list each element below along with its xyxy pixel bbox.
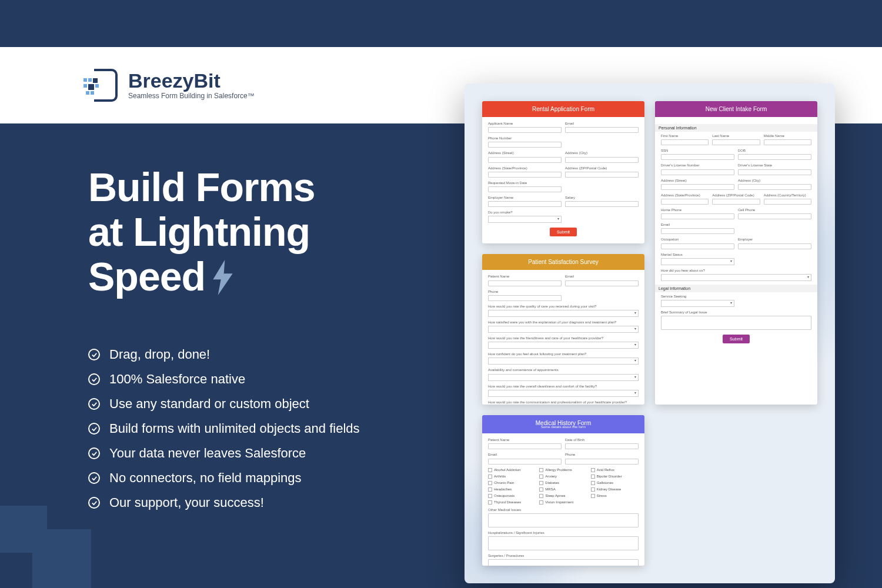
feature-text: 100% Salesforce native bbox=[109, 372, 245, 387]
client-form-card: New Client Intake Form Personal Informat… bbox=[655, 101, 817, 405]
feature-text: Our support, your success! bbox=[109, 495, 264, 510]
logo-icon bbox=[82, 69, 118, 102]
feature-item: Use any standard or custom object bbox=[88, 396, 360, 412]
feature-item: No connectors, no field mappings bbox=[88, 470, 360, 486]
hero-line-2: at Lightning bbox=[88, 209, 315, 254]
client-form-title: New Client Intake Form bbox=[655, 101, 817, 117]
check-icon bbox=[88, 423, 100, 435]
feature-item: Drag, drop, done! bbox=[88, 347, 360, 362]
feature-text: Build forms with unlimited objects and f… bbox=[109, 421, 360, 436]
main-panel: Build Forms at Lightning Speed Drag, dro… bbox=[0, 123, 882, 588]
brand-tagline: Seamless Form Building in Salesforce™ bbox=[128, 92, 255, 100]
check-icon bbox=[88, 472, 100, 484]
check-icon bbox=[88, 398, 100, 410]
lightning-icon bbox=[211, 259, 235, 294]
hero-line-3: Speed bbox=[88, 254, 205, 299]
check-icon bbox=[88, 349, 100, 360]
survey-form-title: Patient Satisfaction Survey bbox=[482, 254, 644, 270]
check-icon bbox=[88, 373, 100, 385]
rental-form-card: Rental Application Form Applicant NameEm… bbox=[482, 101, 644, 243]
forms-preview: Rental Application Form Applicant NameEm… bbox=[465, 83, 835, 583]
bg-square bbox=[32, 529, 91, 588]
hero: Build Forms at Lightning Speed bbox=[88, 165, 315, 299]
feature-item: Your data never leaves Salesforce bbox=[88, 446, 360, 461]
feature-text: Your data never leaves Salesforce bbox=[109, 446, 306, 461]
check-icon bbox=[88, 497, 100, 509]
feature-item: 100% Salesforce native bbox=[88, 372, 360, 387]
survey-form-card: Patient Satisfaction Survey Patient Name… bbox=[482, 254, 644, 405]
client-submit-button[interactable]: Submit bbox=[723, 335, 750, 343]
medical-form-subtitle: Some details about this form bbox=[487, 425, 640, 429]
feature-text: No connectors, no field mappings bbox=[109, 470, 302, 486]
medical-form-card: Medical History Form Some details about … bbox=[482, 415, 644, 566]
feature-item: Our support, your success! bbox=[88, 495, 360, 510]
rental-submit-button[interactable]: Submit bbox=[550, 228, 577, 236]
hero-line-1: Build Forms bbox=[88, 165, 315, 209]
feature-list: Drag, drop, done!100% Salesforce nativeU… bbox=[88, 347, 360, 520]
rental-form-title: Rental Application Form bbox=[482, 101, 644, 117]
check-icon bbox=[88, 447, 100, 459]
feature-item: Build forms with unlimited objects and f… bbox=[88, 421, 360, 436]
feature-text: Drag, drop, done! bbox=[109, 347, 210, 362]
logo: BreezyBit Seamless Form Building in Sale… bbox=[82, 69, 255, 102]
brand-name: BreezyBit bbox=[128, 71, 255, 91]
top-bar bbox=[0, 0, 882, 47]
feature-text: Use any standard or custom object bbox=[109, 396, 309, 412]
